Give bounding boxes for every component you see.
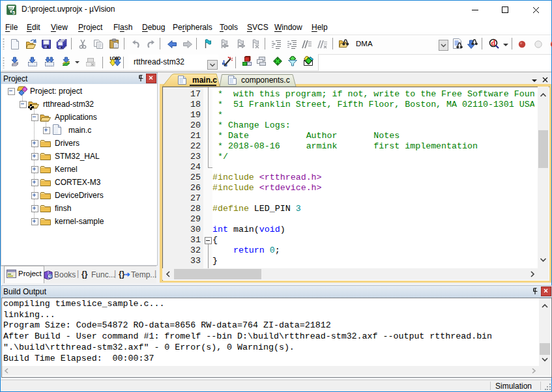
svg-text:?: ? <box>49 274 51 279</box>
svg-text:main.c: main.c <box>192 76 217 85</box>
svg-text:5: 5 <box>12 10 15 15</box>
svg-text:components.c: components.c <box>241 76 290 85</box>
